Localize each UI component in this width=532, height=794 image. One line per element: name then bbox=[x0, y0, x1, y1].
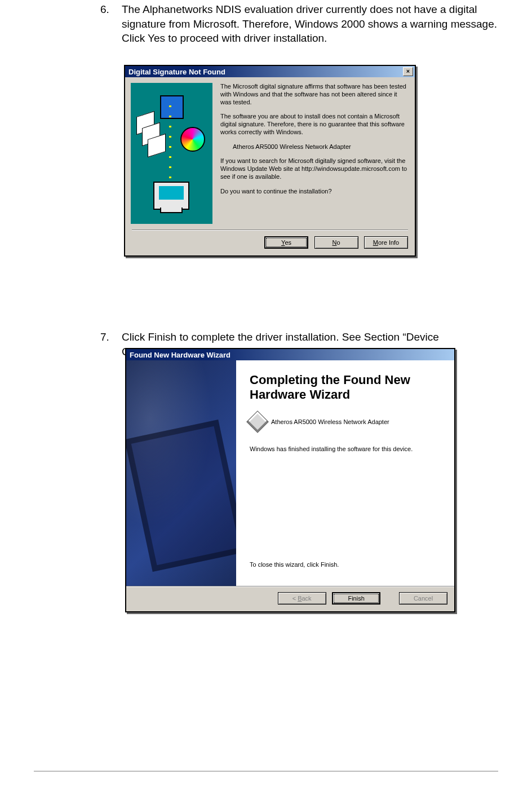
wizard-device-name: Atheros AR5000 Wireless Network Adapter bbox=[271, 418, 389, 425]
dialog1-side-graphic bbox=[131, 83, 212, 224]
wizard-heading: Completing the Found New Hardware Wizard bbox=[250, 373, 442, 403]
wizard-close-hint: To close this wizard, click Finish. bbox=[250, 561, 442, 568]
more-info-button[interactable]: More Info bbox=[364, 236, 408, 249]
monitor-icon bbox=[153, 182, 189, 210]
no-button[interactable]: No bbox=[314, 236, 358, 249]
dialog1-p2: The software you are about to install do… bbox=[220, 113, 408, 136]
page-footer-rule bbox=[34, 771, 498, 771]
pc-card-icon bbox=[246, 411, 269, 433]
dialog2-titlebar[interactable]: Found New Hardware Wizard bbox=[126, 349, 454, 360]
wizard-done-text: Windows has finished installing the soft… bbox=[250, 445, 442, 452]
wizard-side-graphic bbox=[126, 360, 236, 586]
dialog1-device: Atheros AR5000 Wireless Network Adapter bbox=[220, 143, 408, 151]
dialog1-body-text: The Microsoft digital signature affirms … bbox=[220, 83, 408, 224]
dialog-digital-signature: Digital Signature Not Found × The Micros… bbox=[124, 65, 416, 257]
globe-icon bbox=[160, 95, 184, 119]
dialog1-close-button[interactable]: × bbox=[403, 67, 413, 76]
yes-button[interactable]: Yes bbox=[264, 236, 308, 249]
step6-number: 6. bbox=[100, 2, 122, 46]
step7-number: 7. bbox=[100, 330, 122, 359]
cancel-button: Cancel bbox=[399, 592, 447, 605]
step6-text: The Alphanetworks NDIS evaluation driver… bbox=[122, 2, 498, 46]
cd-icon bbox=[180, 127, 205, 152]
dialog1-p4: Do you want to continue the installation… bbox=[220, 188, 408, 196]
dialog2-title: Found New Hardware Wizard bbox=[130, 351, 230, 359]
back-button: < Back bbox=[278, 592, 326, 605]
dialog1-titlebar[interactable]: Digital Signature Not Found × bbox=[125, 66, 415, 77]
dialog1-p1: The Microsoft digital signature affirms … bbox=[220, 83, 408, 106]
dialog1-p3: If you want to search for Microsoft digi… bbox=[220, 157, 408, 180]
dialog-found-new-hardware: Found New Hardware Wizard Completing the… bbox=[125, 348, 455, 612]
finish-button[interactable]: Finish bbox=[332, 592, 380, 605]
dialog1-title: Digital Signature Not Found bbox=[128, 68, 225, 76]
